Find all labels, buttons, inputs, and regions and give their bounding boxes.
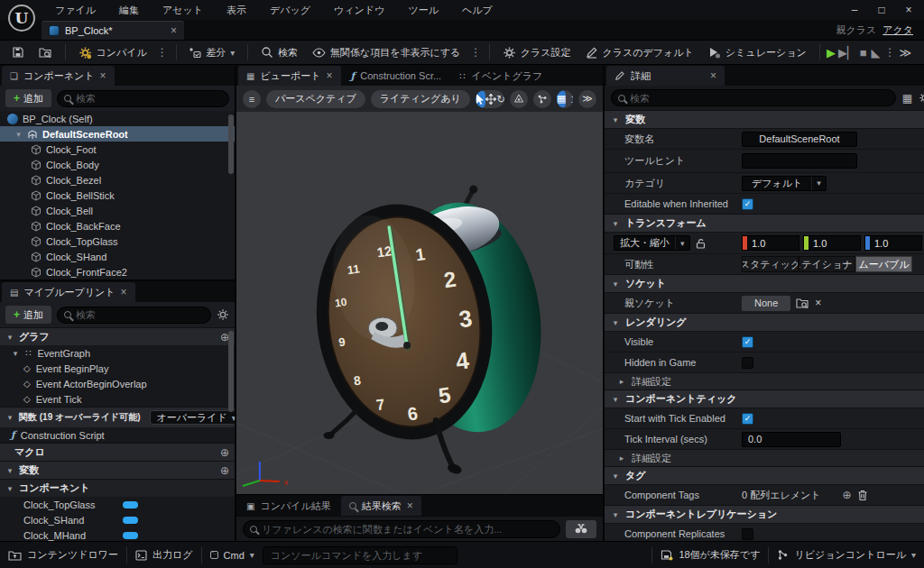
tab-viewport[interactable]: ▦ ビューポート × (238, 66, 341, 86)
parent-class-link[interactable]: アクタ (882, 23, 913, 37)
rendering-advanced-row[interactable]: ▸ 詳細設定 (605, 372, 924, 389)
menu-asset[interactable]: アセット (154, 2, 211, 19)
tab-my-blueprint[interactable]: ▤ マイブループリント × (2, 282, 135, 302)
tree-item-clock-topglass[interactable]: Clock_TopGlass (0, 234, 235, 249)
tree-item-clock-bezel[interactable]: Clock_Bezel (0, 172, 235, 188)
tree-item-clock-bell[interactable]: Clock_Bell (0, 203, 235, 218)
functions-section-header[interactable]: ▾ 関数 (19 オーバーライド可能) オーバーライド ▾ ⊕ (0, 407, 235, 427)
tree-item-clock-body[interactable]: Clock_Body (0, 157, 235, 172)
rotate-tool-button[interactable]: ↻ (496, 90, 504, 108)
event-actorbeginoverlap-item[interactable]: ◇ Event ActorBeginOverlap (0, 376, 235, 391)
component-var-topglass[interactable]: Clock_TopGlass (0, 497, 235, 512)
variable-name-input[interactable] (742, 132, 857, 147)
output-log-button[interactable]: 出力ログ (135, 548, 193, 562)
revision-control-button[interactable]: リビジョンコントロール ▾ (777, 548, 916, 562)
grid-snap-toggle[interactable]: ▦ (557, 90, 566, 108)
components-search[interactable] (57, 90, 229, 107)
mobility-movable-button[interactable]: ムーバブル (855, 256, 912, 272)
components-tab-close-icon[interactable]: × (100, 70, 106, 81)
section-rendering[interactable]: ▾ レンダリング (605, 313, 924, 331)
play-options-icon[interactable]: ⋮ (882, 46, 897, 59)
unsaved-assets-button[interactable]: 18個が未保存です (661, 548, 760, 562)
display-filter-icon[interactable]: ▦ (902, 92, 912, 105)
construction-script-item[interactable]: ƒ Construction Script (0, 427, 235, 443)
hidden-in-game-checkbox[interactable] (742, 357, 753, 369)
my-blueprint-search[interactable] (57, 307, 211, 324)
find-results-search-input[interactable] (262, 524, 553, 535)
parent-socket-value-box[interactable]: None (742, 296, 790, 311)
cmd-dropdown[interactable]: Cmd ▾ (210, 550, 254, 561)
graphs-section-header[interactable]: ▾ グラフ ⊕ (0, 327, 235, 345)
hide-unrelated-options-icon[interactable]: ⋮ (468, 46, 483, 59)
trash-icon[interactable] (857, 490, 868, 501)
simulation-button[interactable]: シミュレーション (702, 42, 813, 63)
tree-item-clock-backface[interactable]: Clock_BackFace (0, 218, 235, 234)
maximize-button[interactable]: □ (870, 2, 893, 18)
add-tag-icon[interactable]: ⊕ (842, 489, 851, 501)
select-tool-button[interactable] (476, 90, 485, 108)
components-scrollbar[interactable] (228, 115, 234, 174)
tick-interval-input[interactable] (742, 432, 841, 447)
surface-snap-button[interactable] (510, 90, 528, 108)
section-variable[interactable]: ▾ 変数 (605, 110, 924, 128)
visible-checkbox[interactable]: ✓ (742, 336, 753, 348)
tooltip-input[interactable] (742, 153, 857, 169)
find-results-tab-close-icon[interactable]: × (407, 500, 413, 511)
scale-mode-dropdown[interactable]: 拡大・縮小 ▾ (614, 235, 690, 251)
socket-snap-button[interactable] (533, 90, 551, 108)
menu-edit[interactable]: 編集 (111, 2, 147, 19)
stop-button[interactable]: ■ (858, 43, 869, 61)
viewport-menu-button[interactable]: ≡ (243, 90, 261, 108)
diff-button[interactable]: 差分 ▾ (182, 42, 241, 63)
find-results-search[interactable] (243, 520, 560, 538)
event-tick-item[interactable]: ◇ Event Tick (0, 391, 235, 407)
asset-tab-bp-clock[interactable]: BP_Clock* × (42, 21, 184, 40)
tree-item-clock-bellstick[interactable]: Clock_BellStick (0, 188, 235, 203)
compile-button[interactable]: コンパイル (72, 42, 153, 63)
grid-snap-size[interactable]: 10 (566, 94, 573, 105)
viewport-3d[interactable]: 12 1 2 3 4 5 6 7 8 9 10 11 (236, 112, 603, 494)
menu-window[interactable]: ウィンドウ (326, 2, 393, 19)
tick-enabled-checkbox[interactable]: ✓ (742, 413, 753, 425)
add-component-button[interactable]: + 追加 (5, 89, 51, 107)
event-beginplay-item[interactable]: ◇ Event BeginPlay (0, 361, 235, 376)
minimize-button[interactable]: – (843, 2, 866, 18)
browse-asset-button[interactable] (32, 42, 59, 63)
menu-debug[interactable]: デバッグ (262, 2, 319, 19)
perspective-dropdown[interactable]: パースペクティブ (266, 90, 365, 108)
eject-button[interactable]: ◣ (871, 43, 882, 61)
lock-open-icon[interactable] (696, 238, 706, 249)
console-command-input[interactable] (263, 546, 457, 564)
frame-skip-button[interactable]: ▶▏ (838, 43, 856, 61)
viewport-toolbar-overflow[interactable]: ≫ (578, 90, 596, 108)
components-vars-section-header[interactable]: ▾ コンポーネント (0, 479, 235, 497)
component-var-mhand[interactable]: Clock_MHand (0, 527, 235, 541)
expand-arrow-icon[interactable]: ▾ (14, 130, 23, 139)
tree-item-clock-frontface2[interactable]: Clock_FrontFace2 (0, 264, 235, 279)
details-search-input[interactable] (630, 93, 889, 104)
tab-compile-results[interactable]: ▣ コンパイル結果 (238, 496, 339, 516)
eventgraph-item[interactable]: ▾ ∷ EventGraph (0, 345, 235, 361)
tick-advanced-row[interactable]: ▸ 詳細設定 (605, 449, 924, 466)
variables-section-header[interactable]: ▾ 変数 ⊕ (0, 461, 235, 479)
toolbar-overflow-icon[interactable]: ≫ (899, 46, 911, 60)
blueprint-settings-gear-icon[interactable] (217, 308, 229, 321)
tab-event-graph[interactable]: ∷ イベントグラフ (451, 66, 550, 86)
section-socket[interactable]: ▾ ソケット (605, 274, 924, 292)
lit-mode-dropdown[interactable]: ライティングあり (371, 90, 470, 108)
scale-x-field[interactable]: 1.0 (742, 235, 799, 251)
move-tool-button[interactable] (485, 90, 496, 108)
my-blueprint-search-input[interactable] (76, 309, 204, 320)
menu-tools[interactable]: ツール (400, 2, 447, 19)
tree-item-defaultsceneroot[interactable]: ▾ DefaultSceneRoot (0, 126, 235, 142)
menu-help[interactable]: ヘルプ (454, 2, 501, 19)
section-tags[interactable]: ▾ タグ (605, 466, 924, 484)
section-replication[interactable]: ▾ コンポーネントレプリケーション (605, 505, 924, 523)
save-button[interactable] (5, 42, 31, 63)
tab-find-results[interactable]: 結果検索 × (341, 496, 421, 516)
component-var-shand[interactable]: Clock_SHand (0, 512, 235, 527)
details-tab-close-icon[interactable]: × (710, 70, 716, 81)
socket-clear-icon[interactable]: × (815, 297, 821, 309)
class-defaults-button[interactable]: クラスのデフォルト (579, 42, 700, 63)
components-search-input[interactable] (76, 93, 222, 104)
